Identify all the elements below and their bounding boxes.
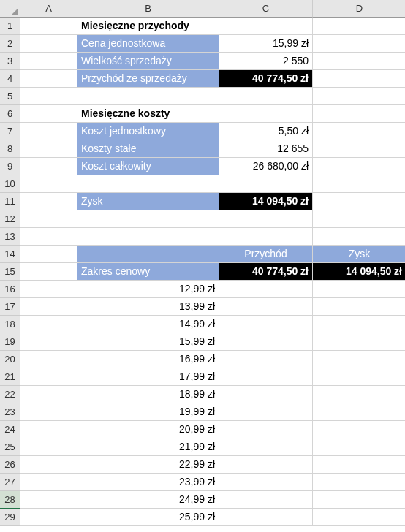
cell-C3[interactable]: 2 550: [219, 53, 313, 70]
cell-B5[interactable]: [77, 88, 219, 105]
cell-D28[interactable]: [313, 491, 405, 509]
cell-B27[interactable]: 23,99 zł: [77, 474, 219, 491]
cell-B17[interactable]: 13,99 zł: [77, 298, 219, 316]
cell-B23[interactable]: 19,99 zł: [77, 403, 219, 421]
cell-A21[interactable]: [20, 368, 77, 386]
cell-D13[interactable]: [313, 228, 405, 246]
row-header[interactable]: 9: [0, 158, 20, 175]
row-header[interactable]: 4: [0, 70, 20, 88]
cell-A22[interactable]: [20, 386, 77, 403]
row-header[interactable]: 24: [0, 421, 20, 438]
cell-C27[interactable]: [219, 474, 313, 491]
cell-A25[interactable]: [20, 438, 77, 456]
cell-D20[interactable]: [313, 351, 405, 368]
cell-D2[interactable]: [313, 35, 405, 53]
cell-D22[interactable]: [313, 386, 405, 403]
cell-D14[interactable]: Zysk: [313, 246, 405, 263]
cell-B7[interactable]: Koszt jednostkowy: [77, 123, 219, 140]
cell-B6[interactable]: Miesięczne koszty: [77, 105, 219, 123]
cell-D21[interactable]: [313, 368, 405, 386]
cell-C14[interactable]: Przychód: [219, 246, 313, 263]
cell-C25[interactable]: [219, 438, 313, 456]
col-header-D[interactable]: D: [313, 0, 405, 18]
cell-D27[interactable]: [313, 474, 405, 491]
cell-C22[interactable]: [219, 386, 313, 403]
row-header[interactable]: 8: [0, 140, 20, 158]
cell-A13[interactable]: [20, 228, 77, 246]
cell-B2[interactable]: Cena jednostkowa: [77, 35, 219, 53]
cell-A7[interactable]: [20, 123, 77, 140]
cell-B28[interactable]: 24,99 zł: [77, 491, 219, 509]
cell-D9[interactable]: [313, 158, 405, 175]
cell-A15[interactable]: [20, 263, 77, 281]
cell-A1[interactable]: [20, 18, 77, 35]
cell-A12[interactable]: [20, 210, 77, 228]
cell-A3[interactable]: [20, 53, 77, 70]
cell-D15[interactable]: 14 094,50 zł: [313, 263, 405, 281]
cell-A11[interactable]: [20, 193, 77, 210]
cell-C11[interactable]: 14 094,50 zł: [219, 193, 313, 210]
row-header[interactable]: 6: [0, 105, 20, 123]
row-header[interactable]: 12: [0, 210, 20, 228]
cell-B8[interactable]: Koszty stałe: [77, 140, 219, 158]
cell-B13[interactable]: [77, 228, 219, 246]
cell-C18[interactable]: [219, 316, 313, 333]
cell-A19[interactable]: [20, 333, 77, 351]
cell-C13[interactable]: [219, 228, 313, 246]
cell-A24[interactable]: [20, 421, 77, 438]
row-header[interactable]: 13: [0, 228, 20, 246]
cell-C17[interactable]: [219, 298, 313, 316]
cell-D11[interactable]: [313, 193, 405, 210]
row-header[interactable]: 3: [0, 53, 20, 70]
row-header[interactable]: 7: [0, 123, 20, 140]
cell-C6[interactable]: [219, 105, 313, 123]
row-header[interactable]: 21: [0, 368, 20, 386]
cell-B25[interactable]: 21,99 zł: [77, 438, 219, 456]
row-header[interactable]: 19: [0, 333, 20, 351]
row-header[interactable]: 2: [0, 35, 20, 53]
cell-A23[interactable]: [20, 403, 77, 421]
cell-A2[interactable]: [20, 35, 77, 53]
row-header[interactable]: 18: [0, 316, 20, 333]
cell-C21[interactable]: [219, 368, 313, 386]
row-header[interactable]: 27: [0, 474, 20, 491]
cell-C4[interactable]: 40 774,50 zł: [219, 70, 313, 88]
row-header[interactable]: 11: [0, 193, 20, 210]
cell-A10[interactable]: [20, 175, 77, 193]
cell-D5[interactable]: [313, 88, 405, 105]
cell-B12[interactable]: [77, 210, 219, 228]
cell-A14[interactable]: [20, 246, 77, 263]
col-header-A[interactable]: A: [20, 0, 77, 18]
cell-A5[interactable]: [20, 88, 77, 105]
select-all-corner[interactable]: [0, 0, 20, 18]
cell-B18[interactable]: 14,99 zł: [77, 316, 219, 333]
cell-C1[interactable]: [219, 18, 313, 35]
col-header-B[interactable]: B: [77, 0, 219, 18]
cell-A17[interactable]: [20, 298, 77, 316]
cell-C15[interactable]: 40 774,50 zł: [219, 263, 313, 281]
cell-D1[interactable]: [313, 18, 405, 35]
row-header[interactable]: 5: [0, 88, 20, 105]
row-header[interactable]: 20: [0, 351, 20, 368]
cell-C16[interactable]: [219, 281, 313, 298]
cell-B10[interactable]: [77, 175, 219, 193]
row-header[interactable]: 25: [0, 438, 20, 456]
cell-D6[interactable]: [313, 105, 405, 123]
cell-B3[interactable]: Wielkość sprzedaży: [77, 53, 219, 70]
cell-C12[interactable]: [219, 210, 313, 228]
row-header[interactable]: 22: [0, 386, 20, 403]
cell-C26[interactable]: [219, 456, 313, 474]
cell-C24[interactable]: [219, 421, 313, 438]
cell-A8[interactable]: [20, 140, 77, 158]
cell-B20[interactable]: 16,99 zł: [77, 351, 219, 368]
cell-C29[interactable]: [219, 509, 313, 526]
cell-D3[interactable]: [313, 53, 405, 70]
cell-B14[interactable]: [77, 246, 219, 263]
cell-B9[interactable]: Koszt całkowity: [77, 158, 219, 175]
row-header[interactable]: 28: [0, 491, 20, 509]
spreadsheet-grid[interactable]: A B C D 1 Miesięczne przychody 2 Cena je…: [0, 0, 405, 526]
cell-C19[interactable]: [219, 333, 313, 351]
cell-D12[interactable]: [313, 210, 405, 228]
cell-A9[interactable]: [20, 158, 77, 175]
cell-D19[interactable]: [313, 333, 405, 351]
